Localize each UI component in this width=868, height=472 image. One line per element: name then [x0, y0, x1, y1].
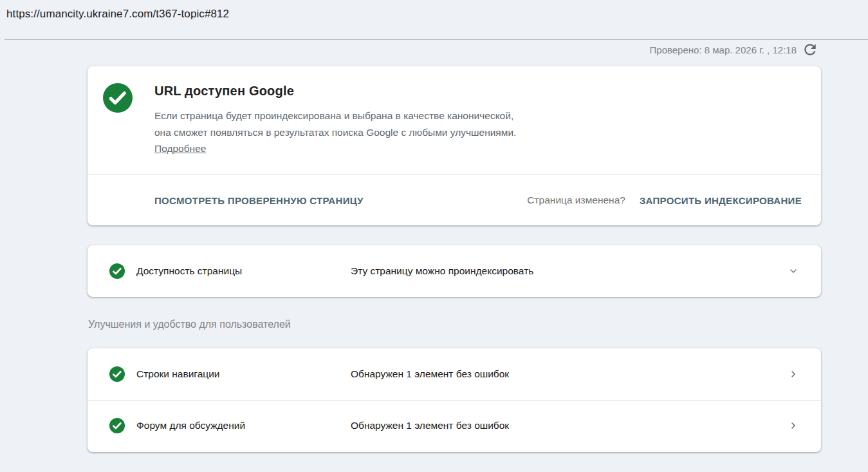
- check-circle-icon: [109, 366, 125, 382]
- verdict-body: URL доступен Google Если страница будет …: [154, 84, 795, 155]
- chevron-right-icon[interactable]: [787, 368, 800, 381]
- enhancements-card: Строки навигации Обнаружен 1 элемент без…: [88, 348, 821, 452]
- top-divider: [5, 39, 868, 40]
- view-tested-page-button[interactable]: ПОСМОТРЕТЬ ПРОВЕРЕННУЮ СТРАНИЦУ: [154, 189, 364, 212]
- verdict-footer-right: Страница изменена? ЗАПРОСИТЬ ИНДЕКСИРОВА…: [527, 189, 821, 212]
- verdict-description-line-2: она сможет появляться в результатах поис…: [154, 124, 795, 141]
- refresh-icon[interactable]: [802, 41, 818, 58]
- enhancement-row-breadcrumbs[interactable]: Строки навигации Обнаружен 1 элемент без…: [88, 348, 821, 400]
- accessibility-status: Эту страницу можно проиндексировать: [351, 265, 787, 277]
- inspected-url-input[interactable]: https://umancity.ukraine7.com/t367-topic…: [6, 8, 229, 21]
- enhancement-row-discussion-forum[interactable]: Форум для обсуждений Обнаружен 1 элемент…: [88, 400, 821, 451]
- verdict-title: URL доступен Google: [154, 84, 795, 99]
- chevron-right-icon[interactable]: [787, 419, 800, 432]
- enhancement-status: Обнаружен 1 элемент без ошибок: [351, 368, 787, 380]
- request-indexing-button[interactable]: ЗАПРОСИТЬ ИНДЕКСИРОВАНИЕ: [640, 189, 802, 212]
- verdict-main: URL доступен Google Если страница будет …: [88, 66, 821, 175]
- checked-status-row: Проверено: 8 мар. 2026 г. , 12:18: [650, 41, 818, 58]
- checked-timestamp: Проверено: 8 мар. 2026 г. , 12:18: [650, 44, 797, 55]
- verdict-description: Если страница будет проиндексирована и в…: [154, 108, 795, 141]
- chevron-down-icon[interactable]: [787, 265, 800, 278]
- check-circle-icon: [103, 83, 133, 113]
- verdict-footer: ПОСМОТРЕТЬ ПРОВЕРЕННУЮ СТРАНИЦУ Страница…: [88, 175, 821, 225]
- enhancement-status: Обнаружен 1 элемент без ошибок: [351, 420, 787, 431]
- verdict-card: URL доступен Google Если страница будет …: [88, 66, 821, 225]
- learn-more-link[interactable]: Подробнее: [154, 143, 206, 155]
- page-changed-label: Страница изменена?: [527, 194, 625, 206]
- check-circle-icon: [109, 418, 125, 433]
- enhancements-section-header: Улучшения и удобство для пользователей: [88, 319, 291, 330]
- accessibility-label: Доступность страницы: [136, 265, 351, 277]
- page-accessibility-card: Доступность страницы Эту страницу можно …: [88, 245, 821, 297]
- enhancement-label: Форум для обсуждений: [136, 420, 351, 431]
- enhancement-label: Строки навигации: [136, 368, 351, 380]
- check-circle-icon: [109, 263, 125, 279]
- verdict-description-line-1: Если страница будет проиндексирована и в…: [154, 108, 795, 124]
- page-accessibility-row[interactable]: Доступность страницы Эту страницу можно …: [88, 245, 821, 297]
